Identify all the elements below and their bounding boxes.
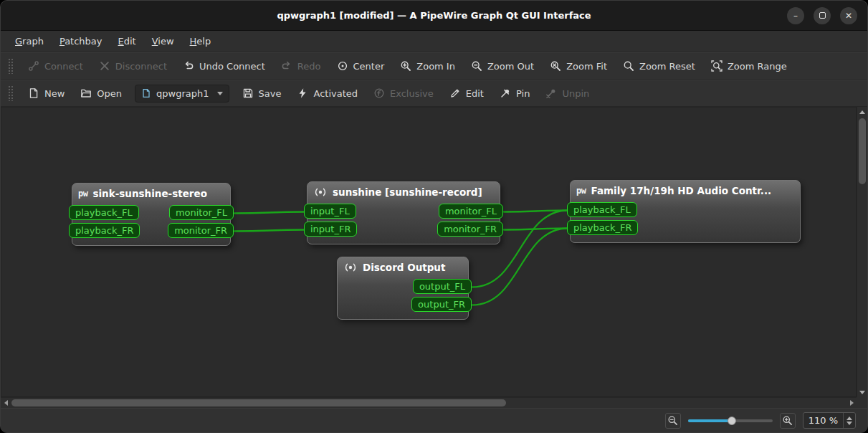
- zoom-slider-handle[interactable]: [728, 417, 736, 425]
- redo-button[interactable]: Redo: [274, 57, 328, 75]
- zoom-value: 110 %: [803, 413, 843, 428]
- toolbar-handle[interactable]: [8, 85, 14, 101]
- center-button[interactable]: Center: [330, 57, 392, 75]
- output-port[interactable]: output_FL: [413, 279, 472, 294]
- unpin-icon: [545, 87, 557, 99]
- zoom-reset-button[interactable]: Zoom Reset: [616, 57, 702, 75]
- zoom-slider-fill: [688, 419, 732, 422]
- arrow-left-icon: [4, 400, 8, 406]
- input-port[interactable]: playback_FL: [69, 205, 139, 220]
- zoom-in-button[interactable]: Zoom In: [393, 57, 462, 75]
- menu-view[interactable]: View: [145, 33, 181, 49]
- input-port[interactable]: playback_FR: [567, 220, 638, 235]
- vertical-scrollbar[interactable]: [857, 107, 867, 397]
- menubar: Graph Patchbay Edit View Help: [1, 31, 867, 52]
- zoom-fit-button[interactable]: Zoom Fit: [543, 57, 614, 75]
- graph-node-family-hd-audio[interactable]: pwFamily 17h/19h HD Audio Contr...playba…: [570, 180, 801, 243]
- zoom-slider[interactable]: [688, 414, 773, 427]
- output-port[interactable]: output_FR: [411, 297, 472, 312]
- zoom-out-button[interactable]: Zoom Out: [464, 57, 541, 75]
- node-header[interactable]: pwFamily 17h/19h HD Audio Contr...: [571, 182, 800, 199]
- output-port[interactable]: monitor_FR: [437, 222, 503, 237]
- graph-node-sunshine[interactable]: sunshine [sunshine-record]input_FLmonito…: [307, 181, 500, 244]
- connect-button[interactable]: Connect: [21, 57, 90, 75]
- unpin-button[interactable]: Unpin: [538, 84, 596, 103]
- save-button[interactable]: Save: [235, 84, 289, 103]
- new-button[interactable]: New: [21, 84, 72, 103]
- node-title: Discord Output: [363, 262, 445, 273]
- pencil-icon: [449, 87, 461, 99]
- exclusive-button[interactable]: Exclusive: [366, 84, 441, 103]
- zoom-fit-icon: [550, 60, 561, 72]
- connection-edge[interactable]: [234, 230, 305, 232]
- statusbar-zoom-out-button[interactable]: [665, 413, 681, 429]
- save-icon: [242, 87, 254, 99]
- connect-icon: [28, 60, 39, 72]
- maximize-button[interactable]: [814, 7, 831, 24]
- scroll-right-arrow[interactable]: [846, 398, 857, 408]
- canvas-area: pwsink-sunshine-stereoplayback_FLmonitor…: [1, 107, 867, 408]
- spin-up-button[interactable]: [846, 417, 852, 420]
- zoom-spinbox[interactable]: 110 %: [803, 412, 856, 429]
- menu-patchbay[interactable]: Patchbay: [52, 33, 110, 49]
- node-title: Family 17h/19h HD Audio Contr...: [591, 185, 771, 196]
- edges-layer: [1, 108, 856, 396]
- zoom-spin-arrows: [843, 413, 855, 428]
- maximize-icon: [819, 12, 826, 19]
- edit-button[interactable]: Edit: [442, 84, 491, 103]
- minimize-button[interactable]: –: [787, 7, 804, 24]
- node-header[interactable]: Discord Output: [338, 259, 468, 276]
- new-file-icon: [28, 87, 39, 99]
- pipewire-icon: pw: [576, 186, 586, 196]
- scroll-up-arrow[interactable]: [857, 107, 867, 117]
- input-port[interactable]: input_FL: [304, 204, 356, 219]
- menu-graph[interactable]: Graph: [8, 33, 51, 49]
- output-port[interactable]: monitor_FR: [168, 223, 234, 238]
- speaker-icon: [313, 187, 328, 197]
- center-icon: [337, 60, 348, 72]
- output-port[interactable]: monitor_FL: [169, 205, 234, 220]
- close-button[interactable]: ✕: [840, 7, 857, 24]
- node-header[interactable]: pwsink-sunshine-stereo: [72, 185, 230, 202]
- scroll-down-arrow[interactable]: [857, 387, 867, 397]
- zoom-out-icon: [667, 415, 678, 426]
- patchbay-select[interactable]: qpwgraph1: [135, 85, 229, 103]
- input-port[interactable]: playback_FR: [69, 223, 140, 238]
- titlebar[interactable]: qpwgraph1 [modified] — A PipeWire Graph …: [1, 1, 867, 31]
- statusbar-zoom-in-button[interactable]: [780, 413, 796, 429]
- input-port[interactable]: input_FR: [304, 222, 357, 237]
- port-row: input_FLmonitor_FL: [304, 204, 503, 219]
- scroll-left-arrow[interactable]: [1, 398, 11, 408]
- spin-down-button[interactable]: [846, 422, 852, 425]
- minimize-icon: –: [793, 11, 798, 20]
- statusbar: 110 %: [1, 408, 867, 432]
- disconnect-button[interactable]: Disconnect: [92, 57, 174, 75]
- horizontal-scroll-thumb[interactable]: [11, 399, 506, 406]
- zoom-range-button[interactable]: Zoom Range: [704, 57, 794, 75]
- patchbay-select-value: qpwgraph1: [156, 88, 209, 99]
- pin-button[interactable]: Pin: [492, 84, 537, 103]
- node-title: sunshine [sunshine-record]: [333, 186, 482, 198]
- activated-button[interactable]: Activated: [290, 84, 365, 103]
- node-header[interactable]: sunshine [sunshine-record]: [307, 184, 500, 201]
- graph-node-sink-sunshine-stereo[interactable]: pwsink-sunshine-stereoplayback_FLmonitor…: [72, 183, 231, 246]
- graph-canvas[interactable]: pwsink-sunshine-stereoplayback_FLmonitor…: [1, 107, 857, 397]
- port-row: playback_FRmonitor_FR: [69, 223, 234, 238]
- toolbar-handle[interactable]: [8, 58, 14, 74]
- open-folder-icon: [80, 87, 92, 99]
- pipewire-icon: pw: [78, 189, 87, 199]
- vertical-scroll-thumb[interactable]: [859, 118, 866, 184]
- zoom-reset-icon: [623, 60, 634, 72]
- undo-connect-button[interactable]: Undo Connect: [176, 57, 272, 75]
- port-row: input_FRmonitor_FR: [304, 222, 503, 237]
- output-port[interactable]: monitor_FL: [439, 204, 503, 219]
- connection-edge[interactable]: [234, 212, 305, 214]
- app-window: qpwgraph1 [modified] — A PipeWire Graph …: [0, 0, 868, 433]
- toolbar-main: Connect Disconnect Undo Connect Redo Cen…: [1, 52, 867, 80]
- menu-edit[interactable]: Edit: [111, 33, 143, 49]
- graph-node-discord-output[interactable]: Discord Outputoutput_FLoutput_FR: [337, 257, 469, 320]
- horizontal-scrollbar[interactable]: [1, 397, 857, 408]
- input-port[interactable]: playback_FL: [567, 202, 637, 217]
- open-button[interactable]: Open: [73, 84, 129, 103]
- menu-help[interactable]: Help: [183, 33, 219, 49]
